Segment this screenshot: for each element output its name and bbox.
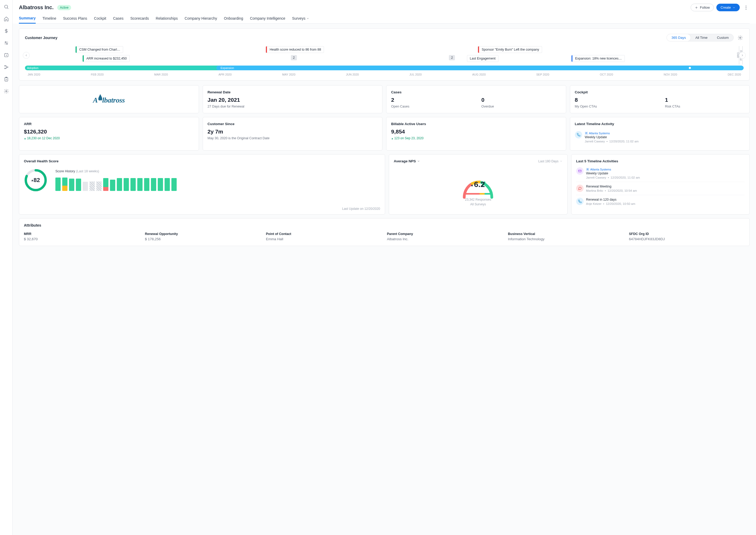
clock-icon[interactable] bbox=[4, 52, 9, 58]
cockpit-label: Cockpit bbox=[575, 90, 745, 94]
svg-point-9 bbox=[5, 68, 5, 69]
tab-timeline[interactable]: Timeline bbox=[43, 16, 56, 23]
customer-journey-card: Customer Journey 365 Days All Time Custo… bbox=[19, 28, 750, 80]
arr-delta: 18,230 on 12 Dec 2020 bbox=[24, 136, 194, 140]
tab-surveys[interactable]: Surveys bbox=[292, 16, 310, 23]
health-label: Overall Health Score bbox=[24, 159, 380, 163]
journey-prev-icon[interactable] bbox=[23, 52, 30, 59]
attributes-card: Attributes MRR$ 32,670 Renewal Opportuni… bbox=[19, 218, 750, 246]
since-sub: May 30, 2020 is the Original Contract Da… bbox=[208, 136, 378, 140]
tab-relationships[interactable]: Relationships bbox=[156, 16, 178, 23]
nps-value: 6.2 bbox=[458, 180, 498, 189]
phone-icon bbox=[576, 198, 584, 205]
svg-line-1 bbox=[7, 8, 8, 9]
nps-gauge: 6.2 bbox=[458, 168, 498, 189]
open-ctas-value: 8 bbox=[575, 97, 655, 103]
create-label: Create bbox=[721, 6, 731, 10]
cases-card: Cases 2 Open Cases 0 Overdue bbox=[386, 85, 566, 113]
tab-company-hierarchy[interactable]: Company Hierarchy bbox=[185, 16, 217, 23]
journey-range-segment: 365 Days All Time Custom bbox=[667, 34, 734, 42]
svg-point-8 bbox=[5, 65, 5, 66]
journey-event-health[interactable]: Health score reduced to 86 from 88 bbox=[266, 46, 324, 53]
journey-event-sponsor[interactable]: Sponsor "Emily Burn" Left the company bbox=[478, 46, 542, 53]
activity-title: Renewal in 120 days bbox=[586, 198, 745, 201]
svg-point-18 bbox=[746, 9, 746, 10]
since-value: 2y 7m bbox=[208, 128, 378, 135]
journey-phase-expansion: Expansion bbox=[216, 66, 744, 70]
arr-card: ARR $126,320 18,230 on 12 Dec 2020 bbox=[19, 117, 199, 151]
nps-card: Average NPS Last 180 Days 6.2 bbox=[389, 154, 567, 214]
journey-event-last-engagement[interactable]: Last Engagement bbox=[467, 55, 499, 62]
nps-label[interactable]: Average NPS bbox=[394, 159, 420, 163]
billable-users-card: Billable Active Users 9,854 123 on Sep 2… bbox=[386, 117, 566, 151]
journey-event-expansion[interactable]: Expansion: 18% new licences… bbox=[571, 55, 625, 62]
tab-success-plans[interactable]: Success Plans bbox=[63, 16, 87, 23]
latest-activity-item[interactable]: Atlanta Systems Weekly Update Jarrett Ca… bbox=[575, 128, 745, 146]
journey-event-csm[interactable]: CSM Changed from Charl… bbox=[76, 46, 123, 53]
attribute-item: Point of ContactEmma Hall bbox=[266, 232, 382, 241]
renewal-date-card: Renewal Date Jan 20, 2021 27 Days due fo… bbox=[203, 85, 383, 113]
follow-button[interactable]: Follow bbox=[691, 4, 714, 11]
tab-cases[interactable]: Cases bbox=[113, 16, 124, 23]
company-logo-card: Albatross bbox=[19, 85, 199, 113]
home-icon[interactable] bbox=[4, 16, 9, 21]
range-alltime[interactable]: All Time bbox=[691, 34, 712, 41]
status-badge: Active bbox=[57, 5, 71, 10]
attribute-item: Parent CompanyAlbatross Inc. bbox=[387, 232, 503, 241]
journey-title: Customer Journey bbox=[25, 36, 57, 40]
latest-title: Weekly Update bbox=[585, 135, 745, 139]
gear-icon[interactable] bbox=[4, 89, 9, 94]
latest-tag: Atlanta Systems bbox=[585, 132, 610, 135]
sliders-icon[interactable] bbox=[4, 41, 9, 46]
score-history-bars bbox=[55, 175, 380, 191]
search-icon[interactable] bbox=[4, 4, 9, 10]
renewal-label: Renewal Date bbox=[208, 90, 378, 94]
range-custom[interactable]: Custom bbox=[712, 34, 734, 41]
more-menu-icon[interactable] bbox=[742, 4, 750, 11]
journey-settings-icon[interactable] bbox=[737, 34, 744, 41]
journey-badge-b[interactable]: 2 bbox=[449, 55, 455, 60]
clipboard-check-icon[interactable] bbox=[4, 76, 9, 82]
dollar-icon[interactable] bbox=[4, 28, 9, 34]
cases-label: Cases bbox=[391, 90, 561, 94]
left-nav-rail bbox=[0, 0, 13, 535]
svg-point-17 bbox=[746, 7, 746, 8]
tab-onboarding[interactable]: Onboarding bbox=[224, 16, 243, 23]
last5-activities-card: Last 5 Timeline Activities Atlanta Syste… bbox=[571, 154, 750, 214]
risk-ctas-label: Risk CTAs bbox=[665, 105, 745, 108]
svg-point-0 bbox=[5, 5, 8, 8]
billable-value: 9,854 bbox=[391, 128, 561, 135]
tab-summary[interactable]: Summary bbox=[19, 16, 36, 24]
health-update-text: Last Update on 12/20/2020 bbox=[342, 207, 380, 211]
journey-badge-a[interactable]: 2 bbox=[291, 55, 297, 60]
activity-title: Weekly Update bbox=[586, 172, 745, 175]
org-icon[interactable] bbox=[4, 65, 9, 70]
customer-since-card: Customer Since 2y 7m May 30, 2020 is the… bbox=[203, 117, 383, 151]
tab-cockpit[interactable]: Cockpit bbox=[94, 16, 106, 23]
billable-delta: 123 on Sep 23, 2020 bbox=[391, 136, 561, 140]
journey-next-icon[interactable] bbox=[739, 52, 746, 59]
latest-label: Latest Timeline Activity bbox=[575, 122, 745, 126]
company-name: Albatross Inc. bbox=[19, 5, 53, 11]
since-label: Customer Since bbox=[208, 122, 378, 126]
journey-month-axis: JAN 2020FEB 2020MAR 2020APR 2020MAY 2020… bbox=[25, 73, 744, 76]
activity-item[interactable]: Renewal Meeting Martina Brito • 12/20/20… bbox=[576, 182, 745, 195]
activity-item[interactable]: Renewal in 120 days Anje Keizer • 12/20/… bbox=[576, 195, 745, 208]
attribute-item: SFDC Org ID64784HDJFK83JD8DJ bbox=[629, 232, 745, 241]
activity-item[interactable]: Atlanta Systems Weekly Update Jarrett Ca… bbox=[576, 166, 745, 182]
overdue-cases-label: Overdue bbox=[481, 105, 561, 108]
health-score-value: 82 bbox=[24, 168, 47, 192]
last5-label: Last 5 Timeline Activities bbox=[576, 159, 745, 166]
mail-icon bbox=[576, 167, 584, 175]
journey-event-arr[interactable]: ARR increased to $232,450 bbox=[82, 55, 130, 62]
create-button[interactable]: Create bbox=[716, 4, 740, 11]
nps-range-dropdown[interactable]: Last 180 Days bbox=[538, 159, 562, 163]
open-ctas-label: My Open CTAs bbox=[575, 105, 655, 108]
attributes-label: Attributes bbox=[24, 223, 745, 227]
overdue-cases-value: 0 bbox=[481, 97, 561, 103]
tab-scorecards[interactable]: Scorecards bbox=[130, 16, 149, 23]
svg-point-13 bbox=[6, 91, 7, 92]
tab-company-intelligence[interactable]: Company Intelligence bbox=[250, 16, 285, 23]
activity-tag: Atlanta Systems bbox=[586, 168, 611, 171]
range-365[interactable]: 365 Days bbox=[667, 34, 691, 41]
